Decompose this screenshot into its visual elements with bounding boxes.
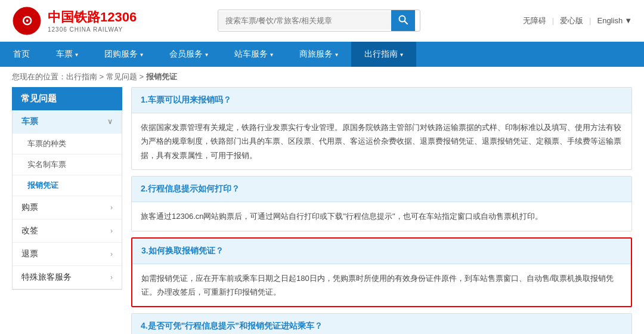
accessibility-link[interactable]: 无障碍 — [523, 16, 546, 26]
faq-question-3[interactable]: 3.如何换取报销凭证？ — [132, 239, 631, 264]
header-right: 无障碍 | 爱心版 | English ▼ — [501, 16, 632, 26]
nav-item-home[interactable]: 首页 — [0, 42, 43, 67]
chevron-down-icon: ▾ — [400, 51, 403, 58]
nav-item-member[interactable]: 会员服务 ▾ — [156, 42, 221, 67]
language-selector[interactable]: English ▼ — [597, 16, 632, 25]
faq-question-4[interactable]: 4.是否可凭"行程信息提示"和报销凭证进站乘车？ — [132, 314, 631, 334]
faq-content: 1.车票可以用来报销吗？ 依据国家发票管理有关规定，铁路行业发票实行专业管理。原… — [131, 87, 632, 334]
logo-icon: ⊙ — [12, 6, 42, 36]
faq-item-3: 3.如何换取报销凭证？ 如需报销凭证，应在开车前或乘车日期之日起180日内，凭购… — [131, 237, 632, 308]
love-version-link[interactable]: 爱心版 — [560, 16, 583, 26]
chevron-down-icon: ▾ — [75, 51, 78, 58]
faq-item-4: 4.是否可凭"行程信息提示"和报销凭证进站乘车？ "行程信息提示"和报销凭证不能… — [131, 313, 632, 334]
chevron-down-icon: ▾ — [335, 51, 338, 58]
breadcrumb-prefix: 您现在的位置：出行指南 > 常见问题 > — [12, 72, 146, 81]
chevron-right-icon: › — [110, 273, 113, 282]
logo-area: ⊙ 中国铁路12306 12306 CHINA RAILWAY — [12, 6, 137, 36]
sidebar-item-label: 车票 — [21, 116, 38, 127]
sidebar-category-list: 车票 ∨ 车票的种类 实名制车票 报销凭证 购票 › 改签 › — [12, 110, 122, 290]
faq-question-2[interactable]: 2.行程信息提示如何打印？ — [132, 177, 631, 202]
chevron-down-icon: ▾ — [205, 51, 208, 58]
sidebar-item-purchase[interactable]: 购票 › — [13, 196, 122, 219]
nav-item-guide[interactable]: 出行指南 ▾ — [351, 42, 416, 67]
chevron-down-icon: ∨ — [107, 117, 113, 126]
svg-text:⊙: ⊙ — [21, 13, 32, 28]
search-input[interactable] — [218, 11, 391, 30]
sidebar: 常见问题 车票 ∨ 车票的种类 实名制车票 报销凭证 购票 › — [12, 87, 122, 334]
nav-item-business[interactable]: 商旅服务 ▾ — [286, 42, 351, 67]
logo-text: 中国铁路12306 12306 CHINA RAILWAY — [48, 8, 137, 33]
chevron-right-icon: › — [110, 203, 113, 212]
search-button[interactable] — [391, 10, 415, 31]
nav-item-group[interactable]: 团购服务 ▾ — [91, 42, 156, 67]
sidebar-item-label: 购票 — [21, 202, 38, 213]
chevron-down-icon: ▾ — [270, 51, 273, 58]
search-area — [137, 10, 501, 32]
breadcrumb-current: 报销凭证 — [146, 72, 177, 81]
sidebar-header: 常见问题 — [12, 87, 122, 110]
sidebar-item-change[interactable]: 改签 › — [13, 219, 122, 243]
sidebar-item-refund[interactable]: 退票 › — [13, 243, 122, 266]
lang-arrow-icon: ▼ — [624, 16, 632, 25]
faq-item-2: 2.行程信息提示如何打印？ 旅客通过12306.cn网站购票后，可通过网站自行打… — [131, 176, 632, 231]
sidebar-sub-ticket-types[interactable]: 车票的种类 — [13, 134, 122, 154]
sidebar-item-special[interactable]: 特殊旅客服务 › — [13, 266, 122, 289]
sidebar-sub-reimbursement[interactable]: 报销凭证 — [13, 175, 122, 196]
sidebar-sub-realname[interactable]: 实名制车票 — [13, 154, 122, 175]
faq-question-1[interactable]: 1.车票可以用来报销吗？ — [132, 88, 631, 113]
language-label: English — [597, 16, 623, 25]
faq-answer-2: 旅客通过12306.cn网站购票后，可通过网站自行打印或下载"行程信息提示"，也… — [132, 202, 631, 230]
nav-item-tickets[interactable]: 车票 ▾ — [43, 42, 91, 67]
sidebar-item-label: 退票 — [21, 249, 38, 259]
sep2: | — [589, 16, 591, 25]
svg-line-3 — [404, 21, 407, 24]
chevron-right-icon: › — [110, 227, 113, 235]
search-box — [218, 10, 420, 32]
sidebar-item-tickets[interactable]: 车票 ∨ — [13, 110, 122, 134]
sidebar-item-label: 改签 — [21, 225, 38, 236]
header: ⊙ 中国铁路12306 12306 CHINA RAILWAY 无障碍 | 爱心… — [0, 0, 644, 42]
main-layout: 常见问题 车票 ∨ 车票的种类 实名制车票 报销凭证 购票 › — [0, 87, 644, 334]
chevron-down-icon: ▾ — [140, 51, 143, 58]
sidebar-item-label: 特殊旅客服务 — [21, 272, 72, 283]
logo-title: 中国铁路12306 — [48, 8, 137, 26]
nav-item-station[interactable]: 站车服务 ▾ — [221, 42, 286, 67]
main-nav: 首页 车票 ▾ 团购服务 ▾ 会员服务 ▾ 站车服务 ▾ 商旅服务 ▾ 出行指南… — [0, 42, 644, 67]
chevron-right-icon: › — [110, 250, 113, 258]
logo-subtitle: 12306 CHINA RAILWAY — [48, 26, 137, 33]
sep1: | — [552, 16, 554, 25]
faq-answer-3: 如需报销凭证，应在开车前或乘车日期之日起180日内，凭购票时所使用的有效身份证件… — [132, 264, 631, 307]
breadcrumb: 您现在的位置：出行指南 > 常见问题 > 报销凭证 — [0, 67, 644, 87]
faq-answer-1: 依据国家发票管理有关规定，铁路行业发票实行专业管理。原国务院铁路主管部门对铁路运… — [132, 113, 631, 169]
faq-item-1: 1.车票可以用来报销吗？ 依据国家发票管理有关规定，铁路行业发票实行专业管理。原… — [131, 87, 632, 170]
